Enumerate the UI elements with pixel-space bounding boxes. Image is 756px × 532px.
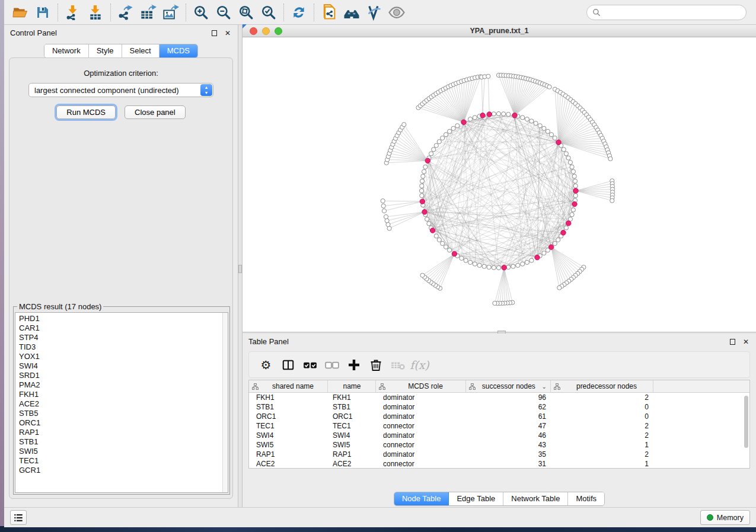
table-row[interactable]: FKH1FKH1dominator962 [249, 393, 749, 402]
graph-mcds-hub-node[interactable] [452, 251, 457, 256]
clone-network-icon[interactable] [318, 2, 340, 23]
graph-mcds-hub-node[interactable] [420, 199, 425, 204]
network-window-titlebar[interactable]: YPA_prune.txt_1 [243, 25, 756, 37]
show-task-history-button[interactable] [10, 510, 27, 525]
graph-node[interactable] [427, 222, 431, 226]
graph-node[interactable] [464, 258, 468, 262]
graph-node[interactable] [538, 124, 542, 128]
graph-node[interactable] [451, 126, 455, 130]
graph-node[interactable] [492, 112, 496, 116]
graph-mcds-hub-node[interactable] [487, 112, 492, 117]
graph-node[interactable] [420, 179, 424, 183]
create-column-plus-icon[interactable] [343, 354, 365, 376]
graph-leaf-node[interactable] [557, 286, 562, 290]
global-search-field[interactable] [586, 5, 747, 20]
mcds-list-item[interactable]: RAP1 [15, 428, 228, 437]
graph-node[interactable] [420, 194, 424, 198]
node-table[interactable]: shared namenameMCDS rolesuccessor nodes⌄… [248, 380, 750, 469]
graph-node[interactable] [437, 238, 441, 242]
graph-mcds-hub-node[interactable] [430, 228, 435, 233]
graph-node[interactable] [521, 262, 525, 266]
graph-node[interactable] [562, 148, 566, 152]
table-row[interactable]: SWI5SWI5connector431 [249, 440, 749, 450]
mcds-list-item[interactable]: CAR1 [15, 323, 228, 333]
mcds-list-item[interactable]: ACE2 [15, 399, 228, 409]
graph-mcds-hub-node[interactable] [512, 113, 517, 118]
graph-leaf-node[interactable] [493, 301, 497, 305]
graph-mcds-hub-node[interactable] [549, 245, 554, 249]
export-image-icon[interactable] [160, 2, 182, 23]
graph-leaf-node[interactable] [384, 214, 388, 219]
graph-node[interactable] [492, 265, 496, 270]
graph-node[interactable] [496, 111, 500, 116]
graph-node[interactable] [564, 226, 568, 230]
open-file-icon[interactable] [9, 2, 31, 23]
graph-node[interactable] [572, 174, 576, 178]
tab-network-table[interactable]: Network Table [503, 492, 568, 505]
graph-node[interactable] [420, 184, 424, 188]
graph-mcds-hub-node[interactable] [425, 158, 430, 163]
zoom-in-icon[interactable] [190, 2, 212, 23]
tab-mcds[interactable]: MCDS [160, 44, 197, 57]
graph-node[interactable] [421, 174, 425, 178]
graph-leaf-node[interactable] [547, 85, 551, 89]
graph-mcds-hub-node[interactable] [566, 221, 571, 226]
mcds-list-item[interactable]: SWI4 [15, 361, 228, 371]
graph-node[interactable] [419, 188, 423, 193]
graph-node[interactable] [570, 213, 574, 217]
import-network-icon[interactable] [62, 2, 84, 23]
graph-node[interactable] [455, 124, 460, 128]
memory-button[interactable]: Memory [700, 510, 750, 525]
graph-leaf-node[interactable] [420, 273, 425, 277]
close-panel-icon[interactable]: ✕ [224, 29, 232, 37]
graph-node[interactable] [468, 260, 473, 264]
graph-mcds-hub-node[interactable] [561, 230, 566, 235]
mcds-list-item[interactable]: ORC1 [15, 418, 228, 428]
zoom-selected-icon[interactable] [257, 2, 280, 23]
graph-node[interactable] [521, 116, 525, 120]
graph-mcds-hub-node[interactable] [461, 120, 466, 124]
graph-node[interactable] [506, 112, 511, 116]
graph-node[interactable] [429, 152, 433, 156]
mcds-list-item[interactable]: TEC1 [15, 456, 228, 466]
graph-leaf-node[interactable] [381, 204, 385, 208]
tab-style[interactable]: Style [89, 44, 122, 57]
graph-node[interactable] [573, 194, 578, 198]
graph-mcds-hub-node[interactable] [573, 188, 578, 193]
mcds-list-item[interactable]: GCR1 [15, 466, 228, 475]
mcds-result-list[interactable]: PHD1CAR1STP4TID3YOX1SWI4SRD1PMA2FKH1ACE2… [15, 312, 228, 493]
refresh-view-icon[interactable] [288, 2, 310, 23]
graph-node[interactable] [473, 116, 477, 120]
delete-column-trash-icon[interactable] [365, 354, 387, 376]
vertical-splitter[interactable] [238, 25, 243, 507]
graph-leaf-node[interactable] [381, 199, 385, 203]
tab-edge-table[interactable]: Edge Table [449, 492, 503, 505]
search-input[interactable] [604, 8, 741, 17]
table-row[interactable]: TEC1TEC1connector472 [249, 421, 749, 431]
select-all-columns-icon[interactable] [299, 354, 321, 376]
graph-node[interactable] [525, 117, 529, 121]
graph-node[interactable] [542, 126, 546, 130]
mcds-list-item[interactable]: STB5 [15, 409, 228, 418]
close-panel-icon[interactable]: ✕ [742, 338, 750, 346]
graph-node[interactable] [573, 179, 577, 183]
graph-mcds-hub-node[interactable] [502, 265, 506, 270]
graph-node[interactable] [441, 136, 445, 140]
graph-node[interactable] [568, 161, 572, 165]
toggle-styles-icon[interactable] [363, 2, 385, 23]
graph-node[interactable] [502, 112, 506, 116]
export-network-icon[interactable] [114, 2, 137, 23]
graph-node[interactable] [482, 264, 486, 268]
optimization-criterion-select[interactable]: largest connected component (undirected)… [28, 83, 213, 97]
import-table-icon[interactable] [84, 2, 107, 23]
graph-node[interactable] [444, 133, 448, 137]
graph-node[interactable] [529, 258, 534, 262]
run-mcds-button[interactable]: Run MCDS [56, 105, 116, 119]
mcds-list-item[interactable]: PHD1 [15, 314, 228, 323]
zoom-out-icon[interactable] [212, 2, 235, 23]
graph-node[interactable] [434, 234, 438, 238]
table-row[interactable]: RAP1RAP1dominator352 [249, 450, 749, 459]
mcds-list-item[interactable]: TID3 [15, 342, 228, 352]
graph-node[interactable] [566, 156, 570, 160]
graph-node[interactable] [571, 208, 575, 212]
